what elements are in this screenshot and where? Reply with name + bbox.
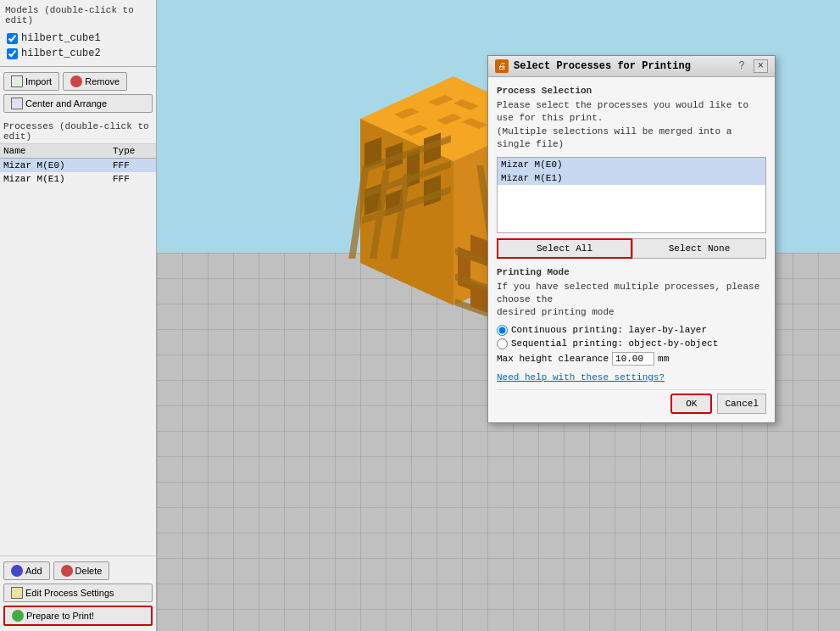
add-icon: [11, 565, 23, 577]
model-checkbox-2[interactable]: [7, 48, 18, 59]
center-arrange-button[interactable]: Center and Arrange: [3, 94, 153, 113]
process-name-2: Mizar M(E1): [0, 172, 109, 186]
ok-button[interactable]: OK: [670, 394, 712, 414]
process-row-2[interactable]: Mizar M(E1) FFF: [0, 172, 156, 186]
edit-process-settings-button[interactable]: Edit Process Settings: [3, 584, 153, 602]
process-type-1: FFF: [109, 159, 156, 173]
model-item-1: hilbert_cube1: [5, 31, 151, 46]
process-list-item-1[interactable]: Mizar M(E0): [498, 158, 765, 171]
add-process-button[interactable]: Add: [3, 561, 50, 580]
printing-mode-desc: If you have selected multiple processes,…: [497, 281, 766, 320]
viewport: 🖨 Select Processes for Printing ? × Proc…: [157, 0, 840, 631]
import-label: Import: [25, 76, 52, 87]
help-link[interactable]: Need help with these settings?: [497, 372, 766, 383]
model-checkbox-1[interactable]: [7, 33, 18, 44]
remove-icon: [70, 75, 82, 87]
printing-mode-section: Printing Mode If you have selected multi…: [497, 267, 766, 366]
select-buttons-row: Select All Select None: [497, 238, 766, 259]
sequential-radio-option: Sequential printing: object-by-object: [497, 338, 766, 349]
process-listbox[interactable]: Mizar M(E0) Mizar M(E1): [497, 157, 766, 233]
prepare-label: Prepare to Print!: [26, 611, 94, 621]
models-section-title: Models (double-click to edit): [3, 3, 153, 29]
printing-mode-title: Printing Mode: [497, 267, 766, 277]
model-label-1: hilbert_cube1: [21, 32, 101, 44]
model-action-buttons: Import Remove Center and Arrange: [0, 67, 156, 118]
max-height-label: Max height clearance: [497, 354, 609, 364]
processes-section: Processes (double-click to edit) Name Ty…: [0, 118, 156, 631]
model-item-2: hilbert_cube2: [5, 46, 151, 61]
add-label: Add: [25, 566, 42, 576]
edit-icon: [11, 587, 23, 599]
dialog-icon: 🖨: [495, 59, 509, 73]
process-row-1[interactable]: Mizar M(E0) FFF: [0, 159, 156, 173]
select-processes-dialog: 🖨 Select Processes for Printing ? × Proc…: [487, 55, 776, 423]
dialog-footer: OK Cancel: [497, 389, 766, 414]
continuous-radio-option: Continuous printing: layer-by-layer: [497, 325, 766, 336]
delete-process-button[interactable]: Delete: [53, 561, 110, 580]
select-all-button[interactable]: Select All: [497, 238, 632, 259]
process-name-1: Mizar M(E0): [0, 159, 109, 173]
continuous-label: Continuous printing: layer-by-layer: [511, 325, 707, 335]
import-button[interactable]: Import: [3, 72, 59, 91]
center-label: Center and Arrange: [25, 98, 107, 109]
dialog-help-button[interactable]: ?: [736, 60, 748, 72]
dialog-body: Process Selection Please select the proc…: [488, 77, 775, 422]
model-label-2: hilbert_cube2: [21, 47, 101, 59]
remove-button[interactable]: Remove: [63, 72, 127, 91]
dialog-overlay: 🖨 Select Processes for Printing ? × Proc…: [157, 0, 840, 631]
col-name: Name: [0, 144, 109, 159]
max-height-input[interactable]: [612, 352, 654, 366]
processes-section-title: Processes (double-click to edit): [0, 118, 156, 144]
process-action-buttons: Add Delete Edit Process Settings Prepare…: [0, 556, 156, 631]
edit-label: Edit Process Settings: [25, 588, 114, 598]
import-icon: [11, 75, 23, 87]
col-type: Type: [109, 144, 156, 159]
models-list: hilbert_cube1 hilbert_cube2: [3, 29, 153, 63]
delete-label: Delete: [75, 566, 103, 576]
delete-icon: [61, 565, 73, 577]
dialog-title: Select Processes for Printing: [514, 60, 731, 72]
dialog-description: Please select the processes you would li…: [497, 99, 766, 152]
process-type-2: FFF: [109, 172, 156, 186]
max-height-unit: mm: [658, 354, 669, 364]
process-selection-label: Process Selection: [497, 86, 766, 96]
prepare-to-print-button[interactable]: Prepare to Print!: [3, 606, 153, 626]
max-height-row: Max height clearance mm: [497, 352, 766, 366]
process-list-item-2[interactable]: Mizar M(E1): [498, 171, 765, 185]
sequential-label: Sequential printing: object-by-object: [511, 338, 718, 349]
dialog-titlebar: 🖨 Select Processes for Printing ? ×: [488, 56, 775, 77]
remove-label: Remove: [85, 76, 120, 87]
continuous-radio[interactable]: [497, 325, 508, 336]
prepare-icon: [12, 610, 24, 622]
cancel-button[interactable]: Cancel: [717, 394, 766, 414]
sequential-radio[interactable]: [497, 338, 508, 349]
center-icon: [11, 98, 23, 109]
select-none-button[interactable]: Select None: [632, 238, 766, 259]
dialog-close-button[interactable]: ×: [754, 59, 768, 73]
processes-table: Name Type Mizar M(E0) FFF Mizar M(E1) FF…: [0, 144, 156, 556]
